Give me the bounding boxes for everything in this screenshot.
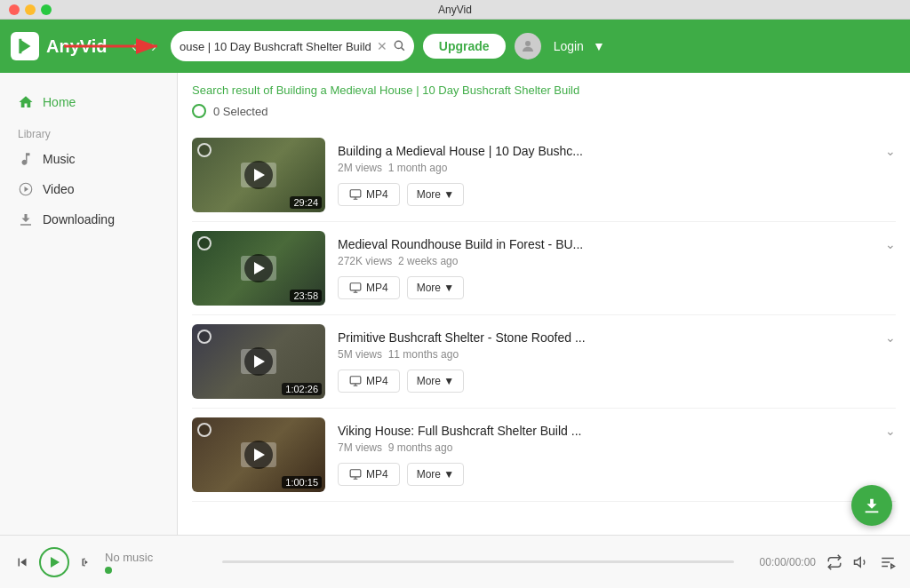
sidebar-downloading-label: Downloading [43,212,115,226]
svg-point-3 [395,41,402,48]
sidebar-item-home[interactable]: Home [0,87,177,117]
next-button[interactable] [78,554,94,570]
more-button[interactable]: More ▼ [407,183,465,206]
video-select-circle[interactable] [197,236,212,250]
video-title-row: Medieval Roundhouse Build in Forest - BU… [338,237,896,251]
title-bar: AnyVid [0,0,910,20]
nav-forward-button[interactable]: › [146,36,162,58]
video-list: 29:24 Building a Medieval House | 10 Day… [192,129,896,502]
sidebar-music-label: Music [43,152,76,166]
prev-button[interactable] [14,554,30,570]
video-info: Viking House: Full Bushcraft Shelter Bui… [338,424,896,486]
sidebar-item-video[interactable]: Video [0,174,177,204]
arrow-overlay: ouse | 10 Day Bushcraft Shelter Build ✕ [171,31,414,61]
video-title-row: Primitive Bushcraft Shelter - Stone Roof… [338,330,896,345]
video-play-button[interactable] [244,441,273,469]
video-actions: MP4 More ▼ [338,183,896,206]
mp4-button[interactable]: MP4 [338,369,400,393]
search-result-header: Search result of Building a Medieval Hou… [192,83,896,97]
video-title-text: Primitive Bushcraft Shelter - Stone Roof… [338,330,878,345]
video-select-circle[interactable] [197,330,212,344]
track-info: No music [105,551,212,574]
track-name: No music [105,551,212,564]
video-title-text: Medieval Roundhouse Build in Forest - BU… [338,237,878,251]
video-card: 1:00:15 Viking House: Full Bushcraft She… [192,409,896,502]
expand-button[interactable]: ⌄ [885,424,896,438]
content-area: Search result of Building a Medieval Hou… [178,73,910,535]
sidebar: Home Library Music Video Downloading [0,73,178,535]
sidebar-item-downloading[interactable]: Downloading [0,204,177,234]
search-bar[interactable]: ouse | 10 Day Bushcraft Shelter Build ✕ [171,31,414,61]
minimize-button[interactable] [25,4,36,15]
upgrade-button[interactable]: Upgrade [423,34,506,59]
svg-marker-22 [891,564,895,568]
expand-button[interactable]: ⌄ [885,237,896,251]
mp4-button[interactable]: MP4 [338,463,400,486]
thumbnail[interactable]: 1:02:26 [192,324,325,399]
video-meta: 2M views 1 month ago [338,162,896,174]
logo-icon [11,32,39,60]
mp4-button[interactable]: MP4 [338,276,400,299]
video-duration: 23:58 [290,290,322,302]
video-play-button[interactable] [244,254,273,282]
svg-rect-16 [350,470,361,477]
search-result-query: Building a Medieval House | 10 Day Bushc… [276,83,580,97]
video-select-circle[interactable] [197,423,212,437]
search-clear-icon[interactable]: ✕ [377,39,387,53]
time-display: 00:00/00:00 [745,556,816,568]
video-actions: MP4 More ▼ [338,276,896,299]
playlist-button[interactable] [880,554,896,570]
more-button[interactable]: More ▼ [407,369,465,393]
thumbnail[interactable]: 29:24 [192,138,325,212]
progress-bar[interactable] [222,560,734,563]
video-select-circle[interactable] [197,143,212,157]
thumbnail[interactable]: 1:00:15 [192,417,325,492]
app-name: AnyVid [46,36,108,57]
logo-area: AnyVid [11,32,117,60]
more-button[interactable]: More ▼ [407,463,465,486]
selected-text: 0 Selected [213,105,267,118]
video-card: 1:02:26 Primitive Bushcraft Shelter - St… [192,315,896,409]
window-controls [9,4,52,15]
expand-button[interactable]: ⌄ [885,330,896,345]
repeat-button[interactable] [826,554,842,570]
player-controls [14,547,94,577]
nav-back-button[interactable]: ‹ [126,36,142,58]
play-pause-button[interactable] [39,547,69,577]
dropdown-arrow-icon[interactable]: ▼ [593,39,605,53]
video-title-row: Viking House: Full Bushcraft Shelter Bui… [338,424,896,438]
login-button[interactable]: Login [554,39,584,53]
maximize-button[interactable] [41,4,52,15]
video-meta: 5M views 11 months ago [338,348,896,361]
mp4-button[interactable]: MP4 [338,183,400,206]
more-button[interactable]: More ▼ [407,276,465,299]
video-actions: MP4 More ▼ [338,463,896,486]
video-info: Primitive Bushcraft Shelter - Stone Roof… [338,330,896,393]
expand-button[interactable]: ⌄ [885,144,896,158]
video-play-button[interactable] [244,161,273,189]
volume-button[interactable] [853,554,869,570]
svg-rect-12 [350,283,361,290]
video-duration: 1:02:26 [282,383,322,395]
window-title: AnyVid [438,4,472,16]
video-meta: 272K views 2 weeks ago [338,255,896,267]
header: AnyVid ‹ › ouse | 10 Day Bushcraft Shelt… [0,20,910,73]
video-info: Medieval Roundhouse Build in Forest - BU… [338,237,896,299]
track-dot [105,567,112,574]
search-icon[interactable] [393,39,405,54]
video-duration: 1:00:15 [282,476,322,489]
svg-rect-1 [20,39,22,54]
nav-arrows: ‹ › [126,36,162,58]
sidebar-video-label: Video [43,182,75,196]
sidebar-item-music[interactable]: Music [0,144,177,174]
video-play-button[interactable] [244,347,273,376]
avatar [515,33,541,60]
sidebar-library-label: Library [0,117,177,144]
close-button[interactable] [9,4,20,15]
video-duration: 29:24 [290,196,322,209]
thumbnail[interactable]: 23:58 [192,231,325,306]
search-text: ouse | 10 Day Bushcraft Shelter Build [180,40,371,53]
download-fab-button[interactable] [851,485,892,526]
svg-marker-7 [25,187,29,192]
main-area: Home Library Music Video Downloading Sea… [0,73,910,535]
